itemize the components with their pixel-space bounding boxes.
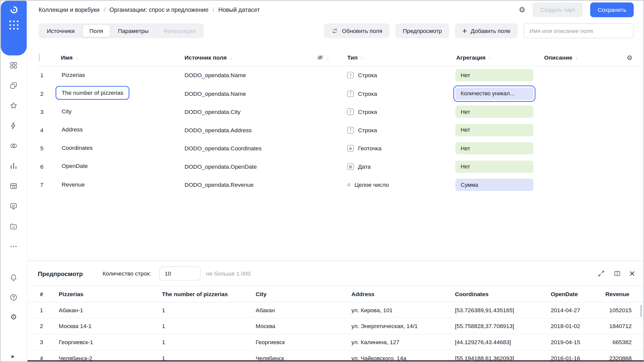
preview-row: 4 Челябинск-2 1 Челябинск ул. Чайковског… bbox=[27, 350, 644, 360]
preview-cell-revenue: 2320868 bbox=[605, 355, 632, 360]
field-type-select[interactable]: Геоточка bbox=[341, 145, 450, 152]
field-name[interactable]: City bbox=[56, 104, 78, 118]
breadcrumb-item[interactable]: Новый датасет bbox=[209, 7, 260, 13]
preview-scrollbar[interactable] bbox=[640, 305, 642, 317]
breadcrumb-item[interactable]: Организации: спрос и предложение bbox=[100, 7, 209, 13]
aggregation-select[interactable]: Нет bbox=[455, 106, 533, 118]
field-type-select[interactable]: Дата bbox=[341, 163, 450, 170]
field-source[interactable]: DODO_opendata.OpenDate bbox=[178, 163, 309, 170]
field-row[interactable]: 2 The number of pizzerias DODO_opendata.… bbox=[36, 84, 639, 103]
help-icon[interactable] bbox=[10, 293, 18, 301]
field-source[interactable]: DODO_opendata.Address bbox=[178, 127, 309, 133]
column-header-source[interactable]: Источник поля bbox=[178, 54, 309, 61]
datalens-logo-icon[interactable] bbox=[10, 6, 18, 14]
preview-cell-pizzerias: Абакан-1 bbox=[59, 307, 162, 313]
tab-item[interactable]: Параметры bbox=[110, 24, 156, 37]
field-source[interactable]: DODO_opendata.Name bbox=[178, 90, 309, 97]
sidebar-expand-icon[interactable] bbox=[12, 352, 15, 359]
field-type-select[interactable]: Строка bbox=[341, 72, 450, 78]
column-header-type[interactable]: Тип bbox=[341, 54, 450, 61]
sidebar-settings-icon[interactable] bbox=[10, 313, 18, 321]
tab-item[interactable]: Источники bbox=[39, 24, 82, 37]
preview-cell-city: Георгиевск bbox=[256, 339, 351, 345]
field-type-icon bbox=[347, 163, 354, 170]
breadcrumb-item[interactable]: Коллекции и воркбуки bbox=[39, 7, 100, 13]
field-row[interactable]: 6 OpenDate DODO_opendata.OpenDate Дата Н… bbox=[36, 158, 639, 176]
sort-icon[interactable] bbox=[572, 54, 578, 61]
field-name[interactable]: Revenue bbox=[56, 177, 91, 191]
column-header-hidden[interactable] bbox=[309, 54, 341, 61]
field-search-input[interactable] bbox=[524, 23, 634, 38]
sort-icon[interactable] bbox=[486, 54, 491, 61]
sort-icon[interactable] bbox=[324, 54, 329, 61]
field-row[interactable]: 4 Address DODO_opendata.Address Строка Н… bbox=[36, 121, 639, 139]
storage-folder-icon[interactable] bbox=[10, 222, 18, 231]
field-type-select[interactable]: Строка bbox=[341, 90, 450, 97]
dashboards-icon[interactable] bbox=[10, 61, 18, 69]
expand-preview-icon[interactable] bbox=[597, 269, 606, 278]
notifications-bell-icon[interactable] bbox=[10, 274, 18, 282]
preview-cell-pizzerias: Москва 14-1 bbox=[59, 323, 162, 329]
charts-icon[interactable] bbox=[10, 162, 18, 170]
sort-icon[interactable] bbox=[227, 54, 232, 61]
field-source[interactable]: DODO_opendata.City bbox=[178, 109, 309, 115]
preview-cell-revenue: 1840712 bbox=[605, 323, 632, 329]
aggregation-select[interactable]: Нет bbox=[455, 124, 533, 136]
field-row-index: 7 bbox=[36, 182, 55, 188]
datasets-circles-icon[interactable] bbox=[10, 142, 18, 150]
monitoring-icon[interactable] bbox=[10, 202, 18, 210]
field-type-icon bbox=[347, 90, 354, 97]
aggregation-select[interactable]: Нет bbox=[455, 142, 533, 155]
columns-settings-gear-icon[interactable] bbox=[627, 54, 632, 61]
preview-cell-opendate: 2019-04-15 bbox=[551, 339, 605, 345]
toolbar: ИсточникиПоляПараметрыФильтрация Обновит… bbox=[27, 20, 644, 42]
field-source[interactable]: DODO_opendata.Revenue bbox=[178, 182, 309, 188]
favorites-star-icon[interactable] bbox=[10, 102, 18, 110]
aggregation-select[interactable]: Сумма bbox=[455, 179, 533, 191]
field-name[interactable]: Coordinates bbox=[56, 141, 99, 155]
field-name[interactable]: The number of pizzerias bbox=[56, 86, 130, 100]
sort-icon[interactable] bbox=[72, 54, 78, 61]
apps-grid-icon[interactable] bbox=[9, 21, 18, 30]
field-name[interactable]: Pizzerias bbox=[56, 68, 91, 82]
field-row[interactable]: 7 Revenue DODO_opendata.Revenue Целое чи… bbox=[36, 176, 639, 194]
more-ellipsis-icon[interactable] bbox=[10, 242, 18, 251]
tables-icon[interactable] bbox=[10, 182, 18, 190]
preview-column-header: The number of pizzerias bbox=[162, 291, 256, 297]
refresh-fields-button[interactable]: Обновить поля bbox=[324, 23, 390, 38]
add-field-button[interactable]: Добавить поле bbox=[455, 23, 518, 38]
tab-item[interactable]: Фильтрация bbox=[156, 24, 203, 37]
column-header-aggregation[interactable]: Агрегация bbox=[450, 54, 539, 61]
preview-toggle-button[interactable]: Предпросмотр bbox=[395, 23, 449, 38]
dataset-settings-gear-icon[interactable] bbox=[519, 5, 525, 14]
field-type-select[interactable]: Строка bbox=[341, 127, 450, 133]
aggregation-select[interactable]: Нет bbox=[455, 160, 533, 173]
preview-cell-address: ул. Энергетическая, 14/1 bbox=[351, 323, 455, 329]
preview-cell-address: ул. Калинина, 127 bbox=[351, 339, 455, 345]
aggregation-select[interactable]: Нет bbox=[455, 69, 533, 81]
field-type-select[interactable]: Целое число bbox=[341, 182, 450, 188]
aggregation-select[interactable]: Количество уникал... bbox=[455, 87, 533, 100]
connections-lightning-icon[interactable] bbox=[10, 122, 18, 130]
top-header: Коллекции и воркбукиОрганизации: спрос и… bbox=[27, 0, 644, 20]
sort-icon[interactable] bbox=[357, 54, 363, 61]
column-header-description[interactable]: Описание bbox=[539, 54, 620, 61]
column-header-name[interactable]: Имя bbox=[55, 54, 178, 61]
row-count-input[interactable] bbox=[159, 266, 200, 281]
field-name[interactable]: Address bbox=[56, 122, 89, 137]
field-row[interactable]: 1 Pizzerias DODO_opendata.Name Строка Не… bbox=[36, 66, 639, 84]
preview-cell-index: 4 bbox=[40, 355, 59, 360]
field-row[interactable]: 3 City DODO_opendata.City Строка Нет bbox=[36, 103, 639, 121]
field-name[interactable]: OpenDate bbox=[56, 159, 94, 173]
close-preview-icon[interactable] bbox=[629, 268, 635, 278]
field-source[interactable]: DODO_opendata.Name bbox=[178, 72, 309, 78]
field-type-select[interactable]: Строка bbox=[341, 109, 450, 115]
tab-item[interactable]: Поля bbox=[82, 24, 110, 37]
field-row[interactable]: 5 Coordinates DODO_opendata.Coordinates … bbox=[36, 139, 639, 158]
select-all-checkbox[interactable] bbox=[39, 54, 40, 61]
create-chart-button[interactable]: Создать чарт bbox=[533, 3, 583, 17]
save-button[interactable]: Сохранить bbox=[590, 3, 634, 17]
field-source[interactable]: DODO_opendata.Coordinates bbox=[178, 145, 309, 152]
split-view-icon[interactable] bbox=[613, 269, 621, 278]
collections-icon[interactable] bbox=[10, 81, 18, 89]
